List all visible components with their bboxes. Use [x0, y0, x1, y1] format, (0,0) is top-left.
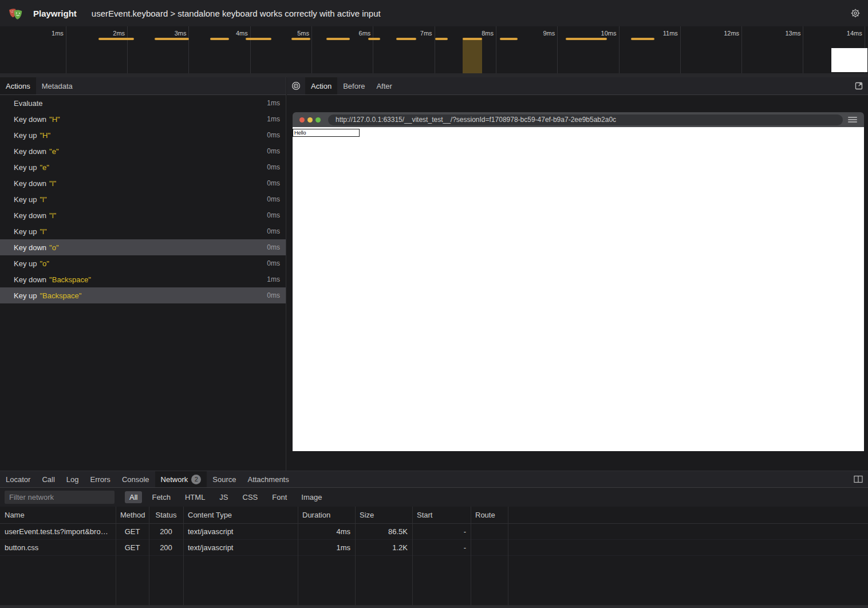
tab-before[interactable]: Before [337, 77, 370, 94]
network-filter-row: AllFetchHTMLJSCSSFontImage [0, 488, 868, 507]
snapshot-panel: ActionBeforeAfter http://127.0. [287, 77, 868, 471]
timeline-tick-label: 2ms [113, 30, 125, 37]
tab-network[interactable]: Network2 [155, 471, 207, 487]
network-request-row[interactable]: button.cssGET200text/javascript1ms1.2K- [0, 540, 868, 556]
filter-chip-css[interactable]: CSS [238, 491, 263, 503]
snapshot-text-input[interactable] [293, 129, 360, 137]
network-filter-input[interactable] [5, 491, 115, 504]
column-separator [412, 507, 413, 605]
filter-chip-js[interactable]: JS [215, 491, 232, 503]
column-header-route: Route [471, 511, 508, 519]
tab-attachments[interactable]: Attachments [242, 471, 294, 487]
action-duration: 0ms [267, 243, 280, 251]
action-list-item[interactable]: Key down"H"1ms [0, 111, 286, 127]
top-bar: Playwright userEvent.keyboard > standalo… [0, 0, 868, 26]
column-header-start: Start [412, 511, 471, 519]
snapshot-viewport: http://127.0.0.1:63315/__vitest_test__/?… [287, 95, 868, 471]
tab-log[interactable]: Log [61, 471, 85, 487]
action-title: Key down [14, 179, 46, 188]
open-snapshot-external-button[interactable] [850, 77, 868, 94]
hamburger-menu-icon [848, 117, 857, 123]
column-separator [298, 507, 298, 605]
tab-locator[interactable]: Locator [0, 471, 36, 487]
timeline[interactable]: 1ms2ms3ms4ms5ms6ms7ms8ms9ms10ms11ms12ms1… [0, 26, 868, 77]
horizontal-scrollbar[interactable] [0, 605, 868, 608]
details-tabs: LocatorCallLogErrorsConsoleNetwork2Sourc… [0, 471, 295, 487]
column-header-method: Method [116, 511, 149, 519]
action-list-item[interactable]: Key up"o"0ms [0, 255, 286, 271]
column-header-duration: Duration [298, 511, 355, 519]
timeline-gridline [435, 26, 435, 73]
timeline-tick-label: 4ms [236, 30, 248, 37]
action-list-item[interactable]: Key up"Backspace"0ms [0, 287, 286, 303]
action-key: "e" [40, 163, 49, 172]
timeline-gridline [803, 26, 803, 73]
action-key: "l" [49, 211, 56, 220]
snapshot-page[interactable] [293, 127, 864, 451]
timeline-action-bar [566, 38, 607, 40]
action-title: Key down [14, 211, 46, 220]
details-panel: LocatorCallLogErrorsConsoleNetwork2Sourc… [0, 471, 868, 608]
timeline-gridline [619, 26, 620, 73]
timeline-tick-label: 8ms [482, 30, 494, 37]
tab-action[interactable]: Action [305, 77, 337, 94]
timeline-gridline [373, 26, 373, 73]
column-separator [508, 507, 508, 605]
tab-after[interactable]: After [370, 77, 397, 94]
action-list-item[interactable]: Key up"H"0ms [0, 127, 286, 143]
action-list-item[interactable]: Evaluate1ms [0, 95, 286, 111]
action-list-item[interactable]: Key down"o"0ms [0, 239, 286, 255]
action-title: Key down [14, 243, 46, 252]
action-duration: 0ms [267, 211, 280, 219]
action-list-item[interactable]: Key up"l"0ms [0, 191, 286, 207]
network-request-row[interactable]: userEvent.test.ts?import&bro…GET200text/… [0, 524, 868, 540]
timeline-gridline [311, 26, 312, 73]
action-list-item[interactable]: Key down"e"0ms [0, 143, 286, 159]
filter-chip-fetch[interactable]: Fetch [147, 491, 175, 503]
tab-errors[interactable]: Errors [84, 471, 116, 487]
tab-label: After [376, 82, 392, 90]
network-table-body: userEvent.test.ts?import&bro…GET200text/… [0, 524, 868, 556]
timeline-selection-bar [463, 38, 482, 40]
action-list-item[interactable]: Key down"l"0ms [0, 175, 286, 191]
actions-panel: ActionsMetadata Evaluate1msKey down"H"1m… [0, 77, 286, 471]
timeline-gridline [250, 26, 251, 73]
action-list-item[interactable]: Key up"e"0ms [0, 159, 286, 175]
timeline-tick-label: 9ms [543, 30, 555, 37]
action-duration: 0ms [267, 163, 280, 171]
column-separator [149, 507, 149, 605]
timeline-action-bar [291, 38, 310, 40]
tab-label: Attachments [247, 475, 289, 484]
cell-start: - [412, 527, 471, 536]
browser-url: http://127.0.0.1:63315/__vitest_test__/?… [336, 116, 616, 124]
timeline-tick-label: 5ms [297, 30, 309, 37]
tab-console[interactable]: Console [116, 471, 155, 487]
action-list-item[interactable]: Key down"Backspace"1ms [0, 271, 286, 287]
filter-chip-font[interactable]: Font [267, 491, 291, 503]
pick-locator-button[interactable] [287, 77, 305, 94]
filter-chip-image[interactable]: Image [297, 491, 326, 503]
timeline-action-bar [631, 38, 654, 40]
settings-button[interactable] [846, 8, 865, 18]
action-list-item[interactable]: Key down"l"0ms [0, 207, 286, 223]
toggle-layout-button[interactable] [849, 471, 868, 487]
app-title: Playwright [33, 9, 77, 18]
tab-call[interactable]: Call [36, 471, 60, 487]
action-title: Key up [14, 227, 37, 236]
target-icon [291, 81, 301, 90]
action-duration: 1ms [267, 115, 280, 123]
filter-chip-html[interactable]: HTML [180, 491, 210, 503]
tab-label: Source [212, 475, 236, 484]
action-duration: 1ms [267, 275, 280, 283]
action-list-item[interactable]: Key up"l"0ms [0, 223, 286, 239]
tab-actions[interactable]: Actions [0, 77, 36, 94]
timeline-tick-label: 7ms [420, 30, 432, 37]
column-header-size: Size [355, 511, 412, 519]
action-duration: 0ms [267, 195, 280, 203]
action-key: "H" [40, 131, 50, 140]
tab-metadata[interactable]: Metadata [36, 77, 78, 94]
timeline-gridline [496, 26, 496, 73]
filter-chip-all[interactable]: All [125, 491, 142, 503]
tab-source[interactable]: Source [207, 471, 242, 487]
traffic-light-yellow-icon [307, 117, 313, 123]
